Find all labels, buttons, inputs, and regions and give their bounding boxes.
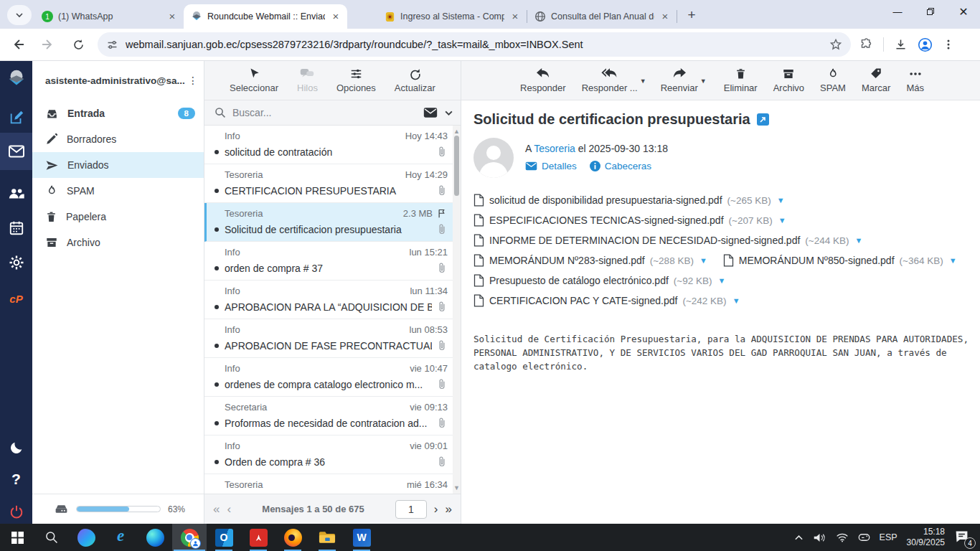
scroll-down-icon[interactable]: ▼ <box>453 484 461 491</box>
folder-spam[interactable]: SPAM <box>32 178 204 204</box>
close-button[interactable]: ✕ <box>947 0 980 23</box>
restore-button[interactable] <box>914 0 947 23</box>
taskbar-ie-button[interactable]: e <box>103 524 138 551</box>
first-page-icon[interactable]: « <box>213 503 220 515</box>
select-button[interactable]: Seleccionar <box>230 67 278 93</box>
last-page-icon[interactable]: » <box>446 503 452 515</box>
notification-center-button[interactable]: 4 <box>954 529 973 546</box>
folder-enviados[interactable]: Enviados <box>32 152 204 178</box>
reply-all-button[interactable]: Responder ... ▼ <box>582 67 638 93</box>
folder-entrada[interactable]: Entrada 8 <box>32 100 204 126</box>
taskbar-search-button[interactable] <box>34 524 69 551</box>
message-list-row[interactable]: Info vie 10:47 ordenes de compra catalog… <box>204 358 453 397</box>
attachment-item[interactable]: INFORME DE DETERMINACION DE NECESIDAD-si… <box>473 234 862 247</box>
attachment-item[interactable]: CERTIFICACION PAC Y CATE-signed.pdf (~24… <box>473 294 740 307</box>
taskbar-explorer-button[interactable] <box>310 524 344 551</box>
message-list-row[interactable]: Info lun 11:34 APROBACION PARA LA “ADQUI… <box>204 281 453 319</box>
wifi-icon[interactable] <box>836 532 849 542</box>
message-list-row[interactable]: Info lun 15:21 orden de compra # 37 <box>204 242 453 281</box>
message-list-row[interactable]: Secretaria vie 09:13 Proformas de necesi… <box>204 397 453 435</box>
threads-button[interactable]: Hilos <box>297 67 318 93</box>
list-scrollbar[interactable]: ▲ ▼ <box>453 126 461 494</box>
delete-button[interactable]: Eliminar <box>724 67 758 93</box>
bookmark-star-icon[interactable] <box>829 38 842 51</box>
scrollbar-thumb[interactable] <box>454 136 459 196</box>
account-menu-icon[interactable]: ⋮ <box>188 79 198 83</box>
folder-borradores[interactable]: Borradores <box>32 126 204 152</box>
message-list-row[interactable]: Tesoreria Hoy 14:29 CERTIFICACION PRESUP… <box>204 164 453 203</box>
tab-close-icon[interactable]: × <box>509 11 521 22</box>
browser-menu-icon[interactable] <box>943 39 954 50</box>
calendar-button[interactable] <box>0 213 32 243</box>
back-button[interactable] <box>6 32 30 57</box>
tab-roundcube[interactable]: Roundcube Webmail :: Enviados × <box>184 4 347 29</box>
taskbar-firefox-button[interactable] <box>275 524 310 551</box>
folder-archivo[interactable]: Archivo <box>32 230 204 255</box>
url-text[interactable]: webmail.sanjuan.gob.ec/cpsess2879723216/… <box>126 39 822 50</box>
search-scope-mail-icon[interactable] <box>423 107 438 118</box>
taskbar-acrobat-button[interactable] <box>241 524 275 551</box>
search-options-chevron-icon[interactable] <box>444 108 453 118</box>
dark-mode-button[interactable] <box>0 433 32 463</box>
tray-chevron-up-icon[interactable] <box>794 534 804 541</box>
attachment-menu-icon[interactable]: ▼ <box>732 296 740 305</box>
tray-device-icon[interactable] <box>858 532 870 542</box>
reply-button[interactable]: Responder <box>520 67 566 93</box>
tab-close-icon[interactable]: × <box>659 11 671 22</box>
mark-button[interactable]: Marcar <box>862 67 890 93</box>
help-button[interactable]: ? <box>0 464 32 494</box>
attachment-menu-icon[interactable]: ▼ <box>778 216 786 225</box>
scroll-up-icon[interactable]: ▲ <box>453 128 461 135</box>
tab-search-button[interactable] <box>7 5 32 25</box>
settings-button[interactable] <box>0 248 32 278</box>
attachment-item[interactable]: MEMORÁNDUM Nº850-signed.pdf (~364 KB) ▼ <box>723 254 957 267</box>
next-page-icon[interactable]: › <box>434 503 438 515</box>
message-list-row[interactable]: Tesoreria 2.3 MB Solicitud de certificac… <box>204 203 453 242</box>
address-bar[interactable]: webmail.sanjuan.gob.ec/cpsess2879723216/… <box>98 32 851 57</box>
tab-compras-publicas[interactable]: Ingreso al Sistema - Compras P × <box>377 4 527 29</box>
taskbar-chrome-button[interactable] <box>172 524 207 551</box>
profile-avatar-icon[interactable] <box>918 37 933 52</box>
tab-close-icon[interactable]: × <box>330 11 341 22</box>
forward-caret-icon[interactable]: ▼ <box>700 77 707 85</box>
mail-task-button[interactable] <box>0 133 32 170</box>
tab-plan-anual[interactable]: Consulta del Plan Anual de Con × <box>527 4 677 29</box>
minimize-button[interactable]: — <box>881 0 914 23</box>
archive-button[interactable]: Archivo <box>773 67 804 93</box>
taskbar-word-button[interactable]: W <box>344 524 379 551</box>
attachment-item[interactable]: solicitud de disponibilidad presupuestar… <box>473 194 785 207</box>
taskbar-copilot-button[interactable] <box>69 524 103 551</box>
page-number-input[interactable] <box>395 500 427 519</box>
forward-button[interactable] <box>36 32 60 57</box>
start-button[interactable] <box>0 524 34 551</box>
compose-button[interactable] <box>0 103 32 133</box>
attachment-item[interactable]: Presupuesto de catálogo electrónico.pdf … <box>473 274 725 287</box>
taskbar-outlook-button[interactable]: O <box>207 524 241 551</box>
open-in-new-window-icon[interactable] <box>757 113 769 126</box>
extensions-icon[interactable] <box>859 38 873 52</box>
new-tab-button[interactable]: + <box>682 5 702 25</box>
options-button[interactable]: Opciones <box>336 67 376 93</box>
reload-button[interactable] <box>66 32 90 57</box>
clock[interactable]: 15:18 30/9/2025 <box>907 527 945 548</box>
flag-icon[interactable] <box>437 208 448 219</box>
forward-button[interactable]: Reenviar ▼ <box>661 67 698 93</box>
attachment-item[interactable]: ESPECIFICACIONES TECNICAS-signed-signed.… <box>473 214 786 227</box>
message-list-row[interactable]: Tesoreria mié 16:34 <box>204 474 453 494</box>
reply-all-caret-icon[interactable]: ▼ <box>640 77 646 85</box>
attachment-menu-icon[interactable]: ▼ <box>855 236 863 245</box>
spam-button[interactable]: SPAM <box>820 67 846 93</box>
taskbar-edge-button[interactable] <box>138 524 172 551</box>
downloads-icon[interactable] <box>894 38 908 52</box>
message-list-row[interactable]: Info Hoy 14:43 solicitud de contratación <box>204 126 453 164</box>
attachment-menu-icon[interactable]: ▼ <box>718 276 726 285</box>
attachment-menu-icon[interactable]: ▼ <box>949 256 957 265</box>
attachment-item[interactable]: MEMORÁNDUM Nº283-signed.pdf (~288 KB) ▼ <box>473 254 707 267</box>
volume-icon[interactable] <box>813 532 826 543</box>
refresh-button[interactable]: Actualizar <box>395 67 435 93</box>
more-button[interactable]: Más <box>906 67 924 93</box>
prev-page-icon[interactable]: ‹ <box>227 503 231 515</box>
message-list-row[interactable]: Info lun 08:53 APROBACION DE FASE PRECON… <box>204 319 453 358</box>
recipient-link[interactable]: Tesoreria <box>534 143 575 154</box>
headers-button[interactable]: Cabeceras <box>590 161 651 171</box>
